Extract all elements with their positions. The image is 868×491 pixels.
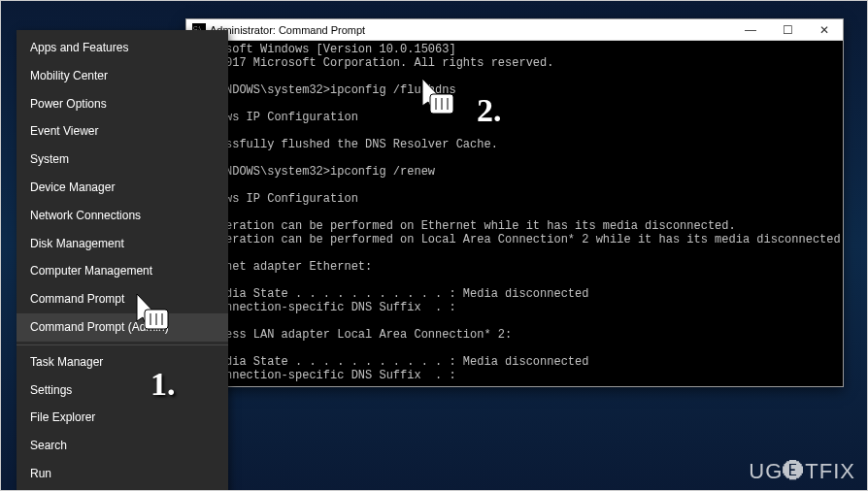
close-button[interactable]: ✕ [806, 19, 843, 41]
cmd-output[interactable]: Microsoft Windows [Version 10.0.15063] (… [186, 41, 843, 386]
minimize-button[interactable]: — [732, 19, 769, 41]
menu-item-mobility-center[interactable]: Mobility Center [17, 62, 228, 90]
menu-item-network-connections[interactable]: Network Connections [17, 202, 228, 230]
cmd-titlebar[interactable]: Administrator: Command Prompt — ☐ ✕ [186, 19, 843, 41]
maximize-button[interactable]: ☐ [769, 19, 806, 41]
winx-menu: Apps and FeaturesMobility CenterPower Op… [17, 30, 228, 491]
annotation-number-1: 1. [150, 366, 176, 403]
menu-item-run[interactable]: Run [17, 460, 228, 488]
menu-item-task-manager[interactable]: Task Manager [17, 348, 228, 376]
menu-item-system[interactable]: System [17, 146, 228, 174]
menu-item-event-viewer[interactable]: Event Viewer [17, 117, 228, 146]
annotation-number-2: 2. [477, 92, 502, 129]
menu-item-command-prompt-admin[interactable]: Command Prompt (Admin) [17, 313, 228, 342]
menu-item-disk-management[interactable]: Disk Management [17, 230, 228, 258]
menu-item-file-explorer[interactable]: File Explorer [17, 404, 228, 432]
menu-item-power-options[interactable]: Power Options [17, 90, 228, 118]
cmd-title: Administrator: Command Prompt [210, 24, 732, 36]
menu-item-search[interactable]: Search [17, 432, 228, 460]
menu-separator [17, 344, 228, 345]
menu-item-computer-management[interactable]: Computer Management [17, 257, 228, 285]
menu-item-device-manager[interactable]: Device Manager [17, 174, 228, 202]
watermark: UG🅔TFIX [749, 459, 855, 484]
menu-item-settings[interactable]: Settings [17, 376, 228, 405]
menu-item-apps-and-features[interactable]: Apps and Features [17, 34, 228, 62]
command-prompt-window: Administrator: Command Prompt — ☐ ✕ Micr… [185, 18, 844, 387]
menu-item-command-prompt[interactable]: Command Prompt [17, 285, 228, 313]
